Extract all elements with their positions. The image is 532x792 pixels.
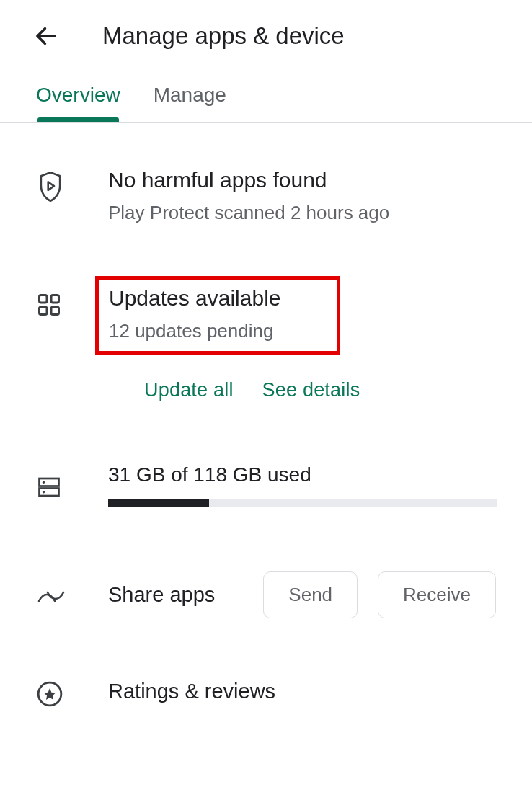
storage-label: 31 GB of 118 GB used bbox=[108, 463, 497, 486]
arrow-left-icon bbox=[33, 23, 59, 49]
svg-rect-4 bbox=[51, 307, 59, 315]
storage-icon bbox=[36, 474, 62, 500]
updates-actions: Update all See details bbox=[144, 379, 496, 401]
svg-rect-3 bbox=[40, 307, 48, 315]
icon-col bbox=[36, 676, 108, 708]
icon-col bbox=[36, 166, 108, 203]
icon-col bbox=[36, 582, 108, 607]
nearby-share-icon bbox=[36, 587, 66, 607]
header: Manage apps & device bbox=[0, 0, 532, 72]
overview-content: No harmful apps found Play Protect scann… bbox=[0, 123, 532, 744]
receive-button[interactable]: Receive bbox=[378, 571, 496, 618]
send-button[interactable]: Send bbox=[263, 571, 358, 618]
svg-rect-6 bbox=[40, 488, 59, 496]
see-details-button[interactable]: See details bbox=[262, 379, 360, 401]
updates-subtitle: 12 updates pending bbox=[109, 319, 325, 344]
ratings-row[interactable]: Ratings & reviews bbox=[36, 676, 496, 708]
storage-bar bbox=[108, 499, 497, 507]
storage-fill bbox=[108, 499, 209, 507]
back-button[interactable] bbox=[29, 19, 63, 53]
tab-manage[interactable]: Manage bbox=[154, 72, 226, 122]
share-apps-row: Share apps Send Receive bbox=[36, 571, 496, 618]
protect-subtitle: Play Protect scanned 2 hours ago bbox=[108, 201, 496, 226]
share-label: Share apps bbox=[108, 583, 215, 607]
updates-row[interactable]: Updates available 12 updates pending bbox=[36, 283, 496, 355]
svg-point-8 bbox=[43, 491, 45, 493]
protect-title: No harmful apps found bbox=[108, 166, 496, 194]
ratings-label: Ratings & reviews bbox=[108, 680, 275, 703]
storage-row[interactable]: 31 GB of 118 GB used bbox=[36, 463, 496, 507]
updates-highlight: Updates available 12 updates pending bbox=[95, 276, 340, 355]
tabs: Overview Manage bbox=[0, 72, 532, 123]
shield-play-icon bbox=[36, 170, 65, 203]
update-all-button[interactable]: Update all bbox=[144, 379, 234, 401]
page-title: Manage apps & device bbox=[102, 22, 345, 50]
updates-title: Updates available bbox=[109, 284, 325, 312]
tab-overview[interactable]: Overview bbox=[36, 72, 120, 122]
star-circle-icon bbox=[36, 680, 63, 708]
svg-point-7 bbox=[43, 481, 45, 483]
svg-rect-5 bbox=[40, 479, 59, 486]
svg-rect-2 bbox=[51, 295, 59, 303]
svg-rect-1 bbox=[40, 295, 48, 303]
play-protect-row[interactable]: No harmful apps found Play Protect scann… bbox=[36, 166, 496, 226]
apps-grid-icon bbox=[36, 292, 62, 318]
icon-col bbox=[36, 470, 108, 500]
